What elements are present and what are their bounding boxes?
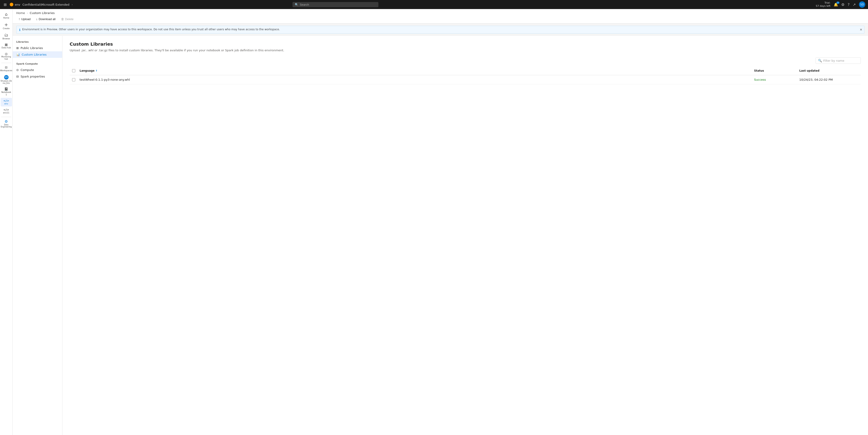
info-icon: ℹ: [19, 28, 20, 32]
spark-compute-section-title: Spark Compute: [13, 61, 62, 67]
download-icon: ↓: [36, 17, 37, 21]
browse-icon: 🗂: [4, 33, 8, 37]
preview-banner: ℹ Environment is in Preview. Other users…: [16, 26, 864, 34]
compute-icon: ⊙: [16, 68, 19, 72]
home-icon: ⌂: [5, 12, 7, 16]
page-title: Custom Libraries: [70, 41, 861, 47]
sidebar-item-workspaces[interactable]: ⊟ Workspaces: [1, 64, 12, 73]
nav-compute[interactable]: ⊙ Compute: [13, 67, 62, 73]
env-icon: [10, 3, 13, 6]
sidebar-item-env11[interactable]: </> env11: [1, 107, 12, 116]
monitoring-icon: ◎: [5, 52, 7, 55]
sort-icon: ↑: [95, 69, 97, 72]
nav-compute-label: Compute: [21, 68, 34, 72]
toolbar: ↑ Upload ↓ Download all 🗑 Delete: [16, 15, 864, 23]
filter-search-icon: 🔍: [818, 59, 822, 62]
row-language-cell: testWheel-0.1.1-py3-none-any.whl: [78, 76, 752, 83]
settings-icon[interactable]: ⚙: [841, 2, 844, 7]
breadcrumb-separator: ›: [27, 11, 28, 15]
sidebar: ⌂ Home + Create 🗂 Browse ▦ Data hub ◎ Mo…: [0, 9, 13, 435]
sidebar-item-datahub[interactable]: ▦ Data hub: [1, 41, 12, 51]
sidebar-item-notebook1[interactable]: 📓 Notebook 1: [1, 86, 12, 97]
notebook-icon: 📓: [4, 88, 8, 91]
breadcrumb-current: Custom Libraries: [30, 11, 55, 15]
col-status-label: Status: [754, 69, 764, 72]
libraries-section: Libraries ⊞ Public Libraries 📊 Custom Li…: [13, 39, 62, 58]
main-area: Home › Custom Libraries ↑ Upload ↓ Downl…: [13, 9, 868, 435]
sidebar-item-create[interactable]: + Create: [1, 21, 12, 31]
env-name: env: [15, 3, 20, 6]
libraries-section-title: Libraries: [13, 39, 62, 45]
filter-bar: 🔍 Filter by name: [70, 57, 861, 64]
trial-info: Trial: 57 days left: [816, 1, 831, 8]
breadcrumb: Home › Custom Libraries: [16, 9, 864, 15]
breadcrumb-home[interactable]: Home: [16, 11, 25, 15]
delete-label: Delete: [65, 18, 74, 21]
banner-text: Environment is in Preview. Other users i…: [22, 28, 280, 31]
row-last-updated-value: 10/24/23, 04:22:02 PM: [799, 78, 833, 81]
nav-spark-properties[interactable]: ⊟ Spark properties: [13, 73, 62, 80]
create-icon: +: [4, 22, 8, 27]
filter-placeholder-text: Filter by name: [823, 59, 844, 62]
table-header: Language ↑ Status Last updated: [70, 66, 861, 75]
search-input[interactable]: [300, 3, 376, 6]
sidebar-item-monitoring[interactable]: ◎ Monitoring hub: [1, 51, 12, 61]
select-all-checkbox[interactable]: [72, 69, 75, 72]
sidebar-item-shuaijun[interactable]: SD Shuaijun_De mo_Env: [1, 74, 12, 86]
table-row: testWheel-0.1.1-py3-none-any.whl Success…: [70, 75, 861, 84]
topbar-chevron: ›: [72, 3, 72, 6]
download-all-button[interactable]: ↓ Download all: [34, 16, 58, 22]
content-area: Libraries ⊞ Public Libraries 📊 Custom Li…: [13, 36, 868, 435]
spark-properties-icon: ⊟: [16, 75, 19, 78]
topbar-right: Trial: 57 days left 🔔 3 ⚙ ? ↗ SD: [816, 1, 865, 8]
public-libraries-icon: ⊞: [16, 46, 19, 50]
dataeng-icon: ⚙: [4, 120, 8, 123]
banner-close-button[interactable]: ✕: [860, 28, 862, 31]
nav-custom-libraries-label: Custom Libraries: [22, 53, 46, 56]
top-area: Home › Custom Libraries ↑ Upload ↓ Downl…: [13, 9, 868, 24]
workspaces-icon: ⊟: [5, 66, 8, 69]
col-last-updated-label: Last updated: [799, 69, 819, 72]
env11-code-icon: </>: [3, 108, 9, 111]
nav-public-libraries-label: Public Libraries: [21, 46, 43, 50]
sidebar-item-home[interactable]: ⌂ Home: [1, 11, 12, 21]
sidebar-item-browse[interactable]: 🗂 Browse: [1, 32, 12, 41]
search-icon: 🔍: [295, 3, 298, 6]
nav-public-libraries[interactable]: ⊞ Public Libraries: [13, 45, 62, 51]
main-panel: Custom Libraries Upload .jar, .whl or .t…: [62, 36, 868, 435]
notifications-icon[interactable]: 🔔 3: [834, 2, 838, 7]
nav-spark-properties-label: Spark properties: [21, 75, 45, 78]
sidebar-divider: [1, 63, 11, 63]
row-checkbox[interactable]: [72, 78, 75, 81]
topbar-brand: Confidential\Microsoft Extended: [22, 3, 69, 6]
search-box[interactable]: 🔍: [292, 2, 378, 7]
help-icon[interactable]: ?: [848, 2, 850, 7]
row-status-value: Success: [754, 78, 766, 81]
row-checkbox-cell[interactable]: [70, 76, 78, 83]
datahub-icon: ▦: [5, 43, 8, 46]
avatar[interactable]: SD: [859, 1, 865, 8]
sidebar-item-env[interactable]: </> env: [1, 98, 12, 106]
table-header-checkbox[interactable]: [70, 68, 78, 73]
row-status-cell: Success: [752, 76, 798, 83]
env-label: env: [10, 3, 20, 6]
nav-custom-libraries[interactable]: 📊 Custom Libraries: [13, 51, 62, 58]
table-header-status[interactable]: Status: [752, 68, 798, 73]
delete-button[interactable]: 🗑 Delete: [59, 16, 76, 22]
row-last-updated-cell: 10/24/23, 04:22:02 PM: [798, 76, 861, 83]
waffle-icon[interactable]: ⊞: [3, 2, 7, 8]
feedback-icon[interactable]: ↗: [853, 2, 856, 7]
notification-badge: 3: [836, 2, 839, 4]
filter-input[interactable]: 🔍 Filter by name: [815, 57, 861, 64]
upload-button[interactable]: ↑ Upload: [16, 16, 33, 22]
table-container: Language ↑ Status Last updated t: [70, 66, 861, 84]
sidebar-item-dataeng[interactable]: ⚙ Data Engineering: [1, 118, 12, 129]
shuaijun-icon: SD: [4, 75, 8, 80]
env-code-icon: </>: [3, 99, 9, 102]
download-all-label: Download all: [39, 18, 55, 21]
table-header-last-updated[interactable]: Last updated: [798, 68, 861, 73]
spark-compute-section: Spark Compute ⊙ Compute ⊟ Spark properti…: [13, 61, 62, 80]
page-subtitle: Upload .jar, .whl or .tar.gz files to in…: [70, 49, 861, 52]
table-header-language[interactable]: Language ↑: [78, 68, 752, 73]
upload-icon: ↑: [19, 17, 20, 21]
